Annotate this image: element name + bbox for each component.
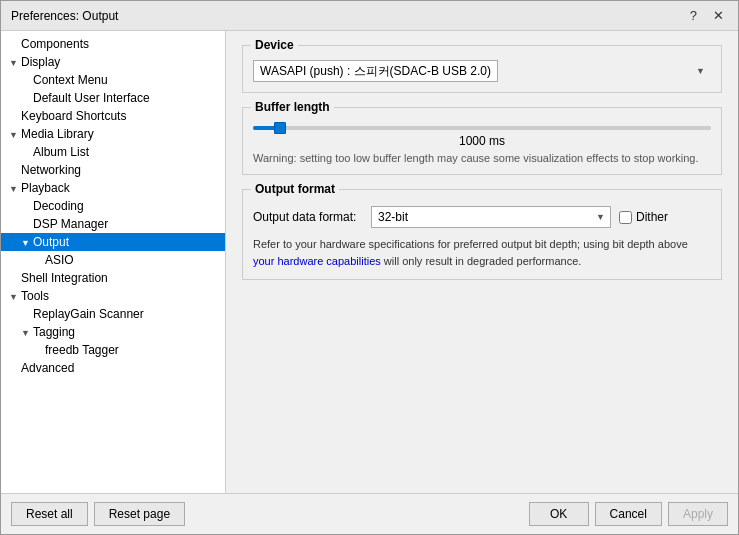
format-label: Output data format: [253, 210, 363, 224]
bottom-right-buttons: OK Cancel Apply [529, 502, 728, 526]
bottom-bar: Reset all Reset page OK Cancel Apply [1, 493, 738, 534]
buffer-warning: Warning: setting too low buffer length m… [253, 152, 711, 164]
bottom-left-buttons: Reset all Reset page [11, 502, 185, 526]
sidebar-item-tools[interactable]: ▼Tools [1, 287, 225, 305]
expand-arrow: ▼ [21, 328, 33, 338]
device-section-title: Device [251, 38, 298, 52]
sidebar-item-label: Networking [21, 163, 81, 177]
sidebar-item-default-ui[interactable]: Default User Interface [1, 89, 225, 107]
sidebar-item-tagging[interactable]: ▼Tagging [1, 323, 225, 341]
title-bar-controls: ? ✕ [686, 8, 728, 23]
reset-page-button[interactable]: Reset page [94, 502, 185, 526]
format-note-link: your hardware capabilities [253, 255, 381, 267]
sidebar-item-label: ReplayGain Scanner [33, 307, 144, 321]
buffer-slider-row [253, 126, 711, 130]
sidebar-item-label: Keyboard Shortcuts [21, 109, 126, 123]
format-select[interactable]: 16-bit 24-bit 32-bit 32-bit float [371, 206, 611, 228]
sidebar-item-media-library[interactable]: ▼Media Library [1, 125, 225, 143]
dither-label: Dither [636, 210, 668, 224]
cancel-button[interactable]: Cancel [595, 502, 662, 526]
buffer-slider-track[interactable] [253, 126, 711, 130]
dither-checkbox[interactable] [619, 211, 632, 224]
sidebar-item-replaygain-scanner[interactable]: ReplayGain Scanner [1, 305, 225, 323]
buffer-section: Buffer length 1000 ms Warning: setting t… [242, 107, 722, 175]
preferences-window: Preferences: Output ? ✕ Components▼Displ… [0, 0, 739, 535]
sidebar-item-label: freedb Tagger [45, 343, 119, 357]
sidebar-item-decoding[interactable]: Decoding [1, 197, 225, 215]
format-select-wrapper: 16-bit 24-bit 32-bit 32-bit float [371, 206, 611, 228]
sidebar-item-label: Components [21, 37, 89, 51]
sidebar-item-networking[interactable]: Networking [1, 161, 225, 179]
dither-row: Dither [619, 210, 668, 224]
expand-arrow: ▼ [9, 58, 21, 68]
expand-arrow: ▼ [9, 292, 21, 302]
sidebar-item-album-list[interactable]: Album List [1, 143, 225, 161]
window-title: Preferences: Output [11, 9, 118, 23]
device-row: WASAPI (push) : 스피커(SDAC-B USB 2.0) [253, 60, 711, 82]
sidebar-item-freedb-tagger[interactable]: freedb Tagger [1, 341, 225, 359]
sidebar: Components▼Display Context Menu Default … [1, 31, 226, 493]
buffer-section-title: Buffer length [251, 100, 334, 114]
sidebar-item-label: Output [33, 235, 69, 249]
sidebar-item-dsp-manager[interactable]: DSP Manager [1, 215, 225, 233]
expand-arrow: ▼ [9, 130, 21, 140]
sidebar-item-label: ASIO [45, 253, 74, 267]
sidebar-item-output[interactable]: ▼Output [1, 233, 225, 251]
device-select-wrapper: WASAPI (push) : 스피커(SDAC-B USB 2.0) [253, 60, 711, 82]
sidebar-item-label: Default User Interface [33, 91, 150, 105]
output-format-row: Output data format: 16-bit 24-bit 32-bit… [253, 206, 711, 228]
sidebar-item-components[interactable]: Components [1, 35, 225, 53]
sidebar-item-playback[interactable]: ▼Playback [1, 179, 225, 197]
expand-arrow: ▼ [21, 238, 33, 248]
output-format-section: Output format Output data format: 16-bit… [242, 189, 722, 280]
sidebar-item-label: Media Library [21, 127, 94, 141]
sidebar-item-label: Shell Integration [21, 271, 108, 285]
format-note-text1: Refer to your hardware specifications fo… [253, 238, 688, 250]
title-bar: Preferences: Output ? ✕ [1, 1, 738, 31]
output-format-title: Output format [251, 182, 339, 196]
sidebar-item-label: Context Menu [33, 73, 108, 87]
device-select[interactable]: WASAPI (push) : 스피커(SDAC-B USB 2.0) [253, 60, 498, 82]
format-note: Refer to your hardware specifications fo… [253, 236, 711, 269]
ok-button[interactable]: OK [529, 502, 589, 526]
apply-button[interactable]: Apply [668, 502, 728, 526]
sidebar-item-label: Tagging [33, 325, 75, 339]
sidebar-item-label: Decoding [33, 199, 84, 213]
sidebar-item-advanced[interactable]: Advanced [1, 359, 225, 377]
sidebar-item-label: Advanced [21, 361, 74, 375]
device-section: Device WASAPI (push) : 스피커(SDAC-B USB 2.… [242, 45, 722, 93]
sidebar-item-keyboard-shortcuts[interactable]: Keyboard Shortcuts [1, 107, 225, 125]
sidebar-item-label: Tools [21, 289, 49, 303]
format-note-text2: will only result in degraded performance… [381, 255, 582, 267]
close-button[interactable]: ✕ [709, 8, 728, 23]
reset-all-button[interactable]: Reset all [11, 502, 88, 526]
sidebar-item-label: Display [21, 55, 60, 69]
sidebar-item-label: Playback [21, 181, 70, 195]
sidebar-item-shell-integration[interactable]: Shell Integration [1, 269, 225, 287]
help-button[interactable]: ? [686, 8, 701, 23]
right-panel: Device WASAPI (push) : 스피커(SDAC-B USB 2.… [226, 31, 738, 493]
sidebar-item-label: DSP Manager [33, 217, 108, 231]
sidebar-item-label: Album List [33, 145, 89, 159]
buffer-value: 1000 ms [253, 134, 711, 148]
expand-arrow: ▼ [9, 184, 21, 194]
sidebar-item-context-menu[interactable]: Context Menu [1, 71, 225, 89]
buffer-slider-thumb[interactable] [274, 122, 286, 134]
sidebar-item-asio[interactable]: ASIO [1, 251, 225, 269]
main-content: Components▼Display Context Menu Default … [1, 31, 738, 493]
sidebar-item-display[interactable]: ▼Display [1, 53, 225, 71]
